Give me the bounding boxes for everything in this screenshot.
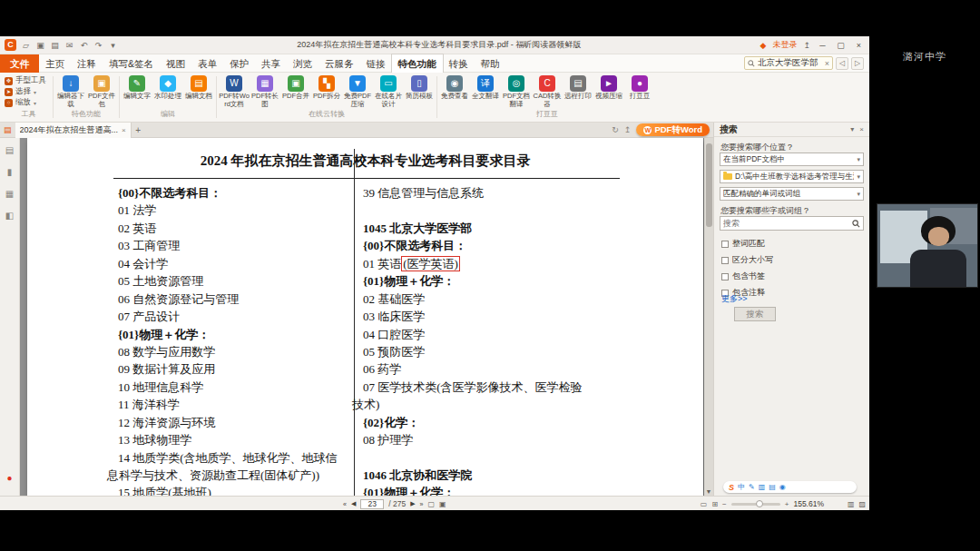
share-icon[interactable]: ↥ (803, 41, 810, 50)
game-panel-icon[interactable]: ● (6, 473, 12, 483)
thumbnails-panel-icon[interactable]: ▦ (5, 189, 14, 199)
page-number-input[interactable] (360, 499, 384, 509)
print-icon[interactable]: ▤ (50, 41, 60, 50)
notes-panel-icon[interactable]: ▤ (5, 145, 14, 155)
zoom-tool[interactable]: ○ 缩放 ▾ (5, 97, 53, 108)
document-icon[interactable]: ▤ (0, 125, 15, 134)
webcam-video[interactable] (877, 203, 978, 288)
restore-button[interactable]: ▢ (835, 41, 847, 50)
close-button[interactable]: × (853, 41, 865, 50)
close-tab-icon[interactable]: × (122, 126, 126, 134)
zoom-slider-knob[interactable] (756, 500, 763, 507)
next-page-button[interactable]: ▶ (410, 500, 415, 507)
layout-icon[interactable]: ▨ (858, 500, 866, 508)
menu-tab-8[interactable]: 浏览 (287, 54, 318, 73)
vip-icon[interactable]: ◆ (760, 41, 767, 50)
new-tab-button[interactable]: + (132, 125, 145, 135)
ribbon-button-简历模板[interactable]: ▯简历模板 (404, 74, 435, 108)
close-panel-icon[interactable]: × (859, 125, 864, 133)
minimize-button[interactable]: ─ (817, 41, 828, 50)
search-term-box[interactable] (720, 216, 864, 231)
scroll-down-button[interactable]: ▼ (704, 488, 713, 495)
continuous-view-icon[interactable]: ▣ (439, 500, 446, 508)
single-page-view-icon[interactable]: ▢ (428, 500, 436, 508)
ribbon-button-免费PDF压缩[interactable]: ▼免费PDF压缩 (342, 74, 373, 108)
menu-tab-7[interactable]: 共享 (255, 54, 287, 73)
ribbon-button-PDF文件包[interactable]: ▣PDF文件包 (86, 74, 117, 108)
fit-width-icon[interactable]: ⊞ (711, 500, 718, 508)
next-result-button[interactable]: ▷ (851, 57, 864, 70)
zoom-in-button[interactable]: + (785, 500, 789, 508)
zoom-out-button[interactable]: − (722, 500, 727, 508)
quick-search-input[interactable] (758, 58, 822, 68)
previous-result-button[interactable]: ◁ (836, 57, 848, 70)
fit-page-icon[interactable]: ▭ (701, 500, 708, 508)
ribbon-button-远程打印[interactable]: ▤远程打印 (563, 74, 593, 108)
ribbon-button-打豆豆[interactable]: ●打豆豆 (624, 74, 655, 108)
menu-tab-11[interactable]: 特色功能 (392, 54, 443, 73)
ribbon-button-PDF文档翻译[interactable]: ◎PDF文档翻译 (501, 74, 532, 108)
ribbon-button-编辑器下载[interactable]: ↓编辑器下载 (55, 74, 86, 108)
ribbon-button-PDF合并[interactable]: ▣PDF合并 (280, 74, 311, 108)
first-page-button[interactable]: « (343, 501, 347, 507)
customize-toolbar-icon[interactable]: ▾ (108, 41, 118, 50)
hand-tool[interactable]: ✥ 手型工具 (5, 75, 53, 86)
upload-icon[interactable]: ↥ (624, 125, 632, 134)
search-path-dropdown[interactable]: D:\高中生班教学选科选考管理与生涯规 ▾ (720, 170, 864, 183)
match-mode-dropdown[interactable]: 匹配精确的单词或词组 ▾ (720, 187, 864, 201)
mail-icon[interactable]: ✉ (64, 41, 74, 50)
scrollbar-thumb[interactable] (706, 143, 712, 227)
ime-toolbar[interactable]: S 中✎▥▤◉ (723, 481, 857, 493)
ribbon-button-免费查看[interactable]: ◉免费查看 (439, 74, 470, 108)
ribbon-button-在线名片设计[interactable]: ▭在线名片设计 (373, 74, 404, 108)
menu-tab-5[interactable]: 表单 (191, 54, 223, 73)
ribbon-button-PDF拆分[interactable]: ▚PDF拆分 (311, 74, 342, 108)
menu-tab-4[interactable]: 视图 (160, 54, 191, 73)
menu-tab-13[interactable]: 帮助 (475, 54, 506, 73)
ribbon-button-编辑文档[interactable]: ▤编辑文档 (183, 74, 214, 108)
ribbon-button-全文翻译[interactable]: 译全文翻译 (470, 74, 501, 108)
menu-tab-3[interactable]: 填写&签名 (103, 54, 160, 73)
menu-tab-0[interactable]: 文件 (0, 54, 39, 73)
search-term-input[interactable] (723, 219, 852, 228)
ribbon-button-编辑文字[interactable]: ✎编辑文字 (122, 74, 152, 108)
ribbon-button-水印处理[interactable]: ◆水印处理 (152, 74, 183, 108)
app-logo-icon[interactable]: C (5, 39, 16, 51)
document-canvas[interactable]: 2024 年拟在京招生普通高校本科专业选考科目要求目录 {00}不限选考科目：0… (20, 138, 713, 496)
menu-tab-10[interactable]: 链接 (360, 54, 392, 73)
ribbon-button-视频压缩[interactable]: ►视频压缩 (593, 74, 624, 108)
comments-panel-icon[interactable]: ◧ (5, 211, 14, 221)
ime-keyboard-icon[interactable]: ▥ (759, 483, 766, 491)
more-options-link[interactable]: 更多>> (721, 293, 748, 305)
ribbon-button-PDF转Word文档[interactable]: WPDF转Word文档 (219, 74, 250, 108)
search-scope-dropdown[interactable]: 在当前PDF文档中 ▾ (720, 153, 864, 166)
menu-tab-9[interactable]: 云服务 (318, 54, 360, 73)
menu-tab-6[interactable]: 保护 (223, 54, 255, 73)
save-icon[interactable]: ▣ (35, 41, 45, 50)
ribbon-button-PDF转长图[interactable]: ▦PDF转长图 (250, 74, 280, 108)
quick-search-box[interactable]: × (744, 56, 833, 70)
collapse-panel-icon[interactable]: ▾ (850, 125, 854, 133)
zoom-level[interactable]: 155.61% (793, 499, 824, 508)
login-status[interactable]: 未登录 (772, 39, 797, 51)
ime-toolbox-icon[interactable]: ▤ (769, 483, 776, 491)
search-option-1[interactable]: 区分大小写 (721, 254, 773, 266)
menu-tab-1[interactable]: 主页 (39, 54, 71, 73)
menu-tab-12[interactable]: 转换 (443, 54, 475, 73)
ime-chinese-mode-icon[interactable]: 中 (738, 482, 745, 492)
scrollbar-track[interactable]: ▼ (704, 138, 713, 496)
zoom-slider[interactable] (731, 503, 780, 506)
ribbon-button-CAD转换器[interactable]: CCAD转换器 (532, 74, 563, 108)
search-button[interactable]: 搜索 (734, 307, 776, 321)
previous-page-button[interactable]: ◀ (351, 500, 356, 507)
clear-search-icon[interactable]: × (825, 59, 829, 68)
pdf-to-word-button[interactable]: W PDF转Word (636, 123, 710, 136)
search-option-0[interactable]: 整词匹配 (721, 238, 773, 250)
open-file-icon[interactable]: ▱ (21, 41, 31, 50)
fullscreen-icon[interactable]: ▥ (848, 500, 855, 508)
menu-tab-2[interactable]: 注释 (71, 54, 103, 73)
document-tab[interactable]: 2024年拟在京招生普通高... × (15, 123, 132, 138)
ime-mic-icon[interactable]: ◉ (779, 483, 786, 491)
last-page-button[interactable]: » (420, 501, 424, 507)
search-option-2[interactable]: 包含书签 (721, 271, 773, 282)
